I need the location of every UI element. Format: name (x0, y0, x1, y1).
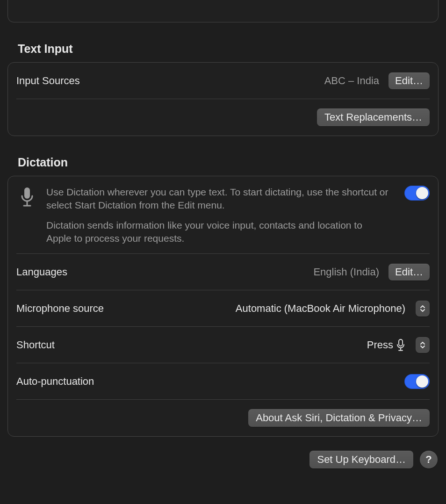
shortcut-label: Shortcut (16, 339, 55, 351)
dictation-description-text: Use Dictation wherever you can type text… (46, 186, 396, 245)
dictation-enable-toggle[interactable] (404, 186, 430, 201)
dictation-description-row: Use Dictation wherever you can type text… (16, 176, 430, 254)
updown-chevron-icon (420, 341, 425, 349)
shortcut-value: Press (367, 339, 393, 351)
text-input-panel: Input Sources ABC – India Edit… Text Rep… (7, 62, 439, 136)
shortcut-value-container: Press (367, 339, 405, 351)
microphone-icon (16, 186, 38, 207)
page-footer: Set Up Keyboard… ? (7, 451, 438, 468)
languages-row: Languages English (India) Edit… (16, 254, 430, 290)
auto-punctuation-toggle[interactable] (404, 374, 430, 389)
input-sources-edit-button[interactable]: Edit… (388, 72, 430, 89)
input-sources-row: Input Sources ABC – India Edit… (16, 63, 430, 99)
auto-punctuation-label: Auto-punctuation (16, 375, 94, 388)
previous-section-panel (7, 0, 439, 22)
dictation-privacy-row: About Ask Siri, Dictation & Privacy… (16, 400, 430, 436)
microphone-source-select[interactable] (416, 301, 430, 317)
svg-rect-3 (399, 339, 403, 346)
input-sources-value: ABC – India (324, 75, 379, 87)
shortcut-row: Shortcut Press (16, 327, 430, 363)
languages-value: English (India) (313, 266, 379, 278)
dictation-panel: Use Dictation wherever you can type text… (7, 176, 439, 437)
microphone-source-label: Microphone source (16, 302, 104, 315)
languages-label: Languages (16, 266, 67, 278)
microphone-source-row: Microphone source Automatic (MacBook Air… (16, 290, 430, 327)
microphone-source-value: Automatic (MacBook Air Microphone) (236, 302, 405, 315)
help-button[interactable]: ? (420, 451, 438, 468)
setup-keyboard-button[interactable]: Set Up Keyboard… (309, 451, 413, 468)
dictation-description-secondary: Dictation sends information like your vo… (46, 219, 389, 245)
text-replacements-button[interactable]: Text Replacements… (317, 108, 430, 126)
languages-edit-button[interactable]: Edit… (388, 264, 430, 281)
input-sources-label: Input Sources (16, 75, 80, 87)
svg-rect-0 (24, 187, 30, 199)
dictation-description-primary: Use Dictation wherever you can type text… (46, 186, 389, 212)
dictation-privacy-button[interactable]: About Ask Siri, Dictation & Privacy… (248, 409, 430, 427)
dictation-heading: Dictation (18, 156, 439, 169)
updown-chevron-icon (420, 304, 425, 313)
text-replacements-row: Text Replacements… (16, 99, 430, 136)
shortcut-select[interactable] (416, 337, 430, 353)
text-input-heading: Text Input (18, 42, 439, 56)
auto-punctuation-row: Auto-punctuation (16, 363, 430, 400)
microphone-small-icon (396, 339, 405, 351)
